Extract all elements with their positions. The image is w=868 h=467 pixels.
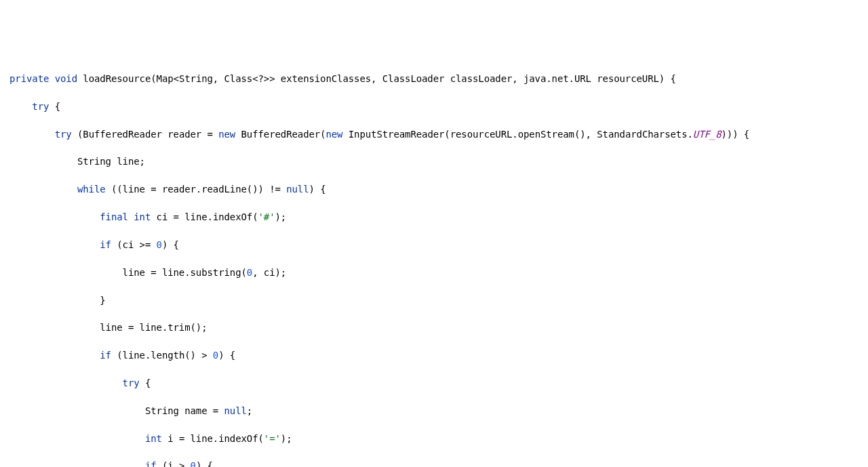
code-line: if (ci >= 0) { [9,238,859,251]
code-line: String name = null; [9,404,859,418]
code-line: while ((line = reader.readLine()) != nul… [9,182,859,196]
code-line: try (BufferedReader reader = new Buffere… [9,127,859,141]
code-line: if (i > 0) { [9,459,859,467]
code-line: try { [9,376,859,390]
code-line: line = line.substring(0, ci); [9,266,859,279]
code-line: final int ci = line.indexOf('#'); [9,210,859,224]
code-block: private void loadResource(Map<String, Cl… [9,58,859,467]
code-line: line = line.trim(); [9,321,859,334]
code-line: if (line.length() > 0) { [9,348,859,362]
code-line: int i = line.indexOf('='); [9,432,859,445]
code-line: String line; [9,155,859,168]
code-line: } [9,293,859,307]
code-line: try { [9,100,859,113]
code-line: private void loadResource(Map<String, Cl… [9,72,859,85]
